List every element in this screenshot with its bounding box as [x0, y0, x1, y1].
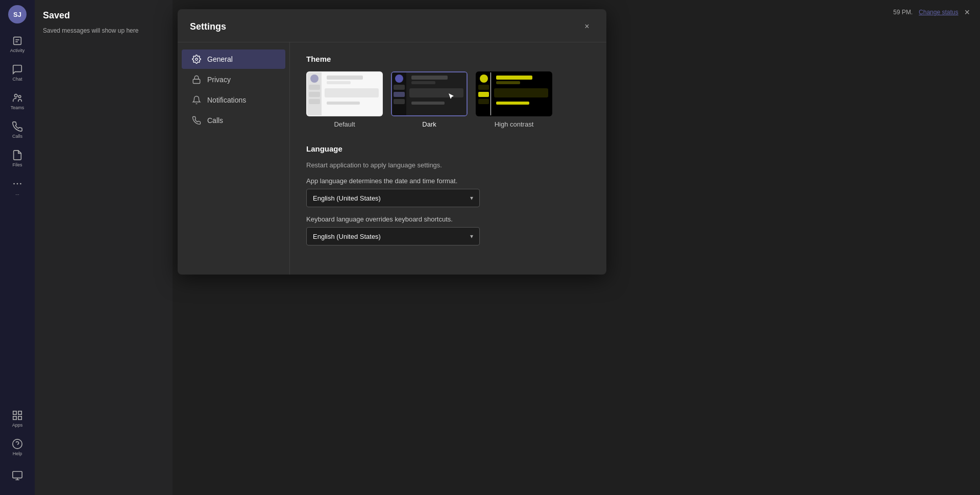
settings-nav-notifications[interactable]: Notifications: [182, 90, 285, 110]
settings-title: Settings: [190, 21, 226, 32]
theme-section-title: Theme: [306, 55, 590, 63]
app-language-chevron: ▾: [470, 194, 473, 202]
settings-header: Settings ×: [178, 9, 606, 42]
settings-content: Theme: [290, 42, 606, 275]
chat-icon: [12, 64, 23, 75]
svg-rect-5: [13, 411, 16, 414]
theme-preview-hc: [476, 71, 552, 116]
settings-nav-privacy[interactable]: Privacy: [182, 70, 285, 89]
teams-icon: [12, 92, 23, 104]
main-close-button[interactable]: ×: [964, 7, 970, 18]
sidebar-item-help[interactable]: Help: [5, 434, 30, 460]
svg-rect-7: [13, 416, 16, 419]
settings-close-button[interactable]: ×: [580, 19, 594, 34]
apps-icon: [12, 410, 23, 421]
sidebar-item-teams[interactable]: Teams: [5, 88, 30, 114]
cursor-indicator: [448, 93, 455, 100]
svg-point-4: [20, 183, 21, 184]
sidebar-item-chat[interactable]: Chat: [5, 59, 30, 86]
svg-rect-12: [193, 79, 200, 83]
theme-options: Default: [306, 71, 590, 128]
change-status-link[interactable]: Change status: [919, 9, 958, 16]
settings-body: General Privacy Notifications: [178, 42, 606, 275]
app-panel: Saved Saved messages will show up here: [35, 0, 173, 495]
app-panel-subtitle: Saved messages will show up here: [35, 25, 173, 36]
sidebar-item-activity[interactable]: Activity: [5, 31, 30, 57]
sidebar-item-more[interactable]: ...: [5, 174, 30, 200]
activity-icon: [12, 35, 23, 46]
language-section: Language Restart application to apply la…: [306, 144, 590, 245]
gear-icon: [192, 55, 201, 64]
calls-icon: [12, 121, 23, 132]
sidebar-item-calls[interactable]: Calls: [5, 116, 30, 143]
settings-dialog: Settings × General Privacy: [178, 9, 606, 275]
help-icon: [12, 438, 23, 450]
status-time-text: 59 PM.: [893, 9, 913, 16]
svg-rect-8: [18, 416, 21, 419]
files-icon: [12, 150, 23, 161]
settings-nav-calls[interactable]: Calls: [182, 111, 285, 130]
phone-icon: [192, 116, 201, 125]
sidebar-item-apps[interactable]: Apps: [5, 405, 30, 432]
language-section-title: Language: [306, 144, 590, 153]
svg-rect-10: [13, 472, 22, 478]
theme-option-default[interactable]: Default: [306, 71, 383, 128]
more-icon: [12, 178, 23, 189]
sidebar-item-files[interactable]: Files: [5, 145, 30, 171]
svg-point-1: [18, 95, 21, 97]
svg-point-2: [13, 183, 15, 184]
sidebar-bottom: Apps Help: [5, 405, 30, 495]
theme-option-high-contrast[interactable]: High contrast: [476, 71, 552, 128]
settings-nav: General Privacy Notifications: [178, 42, 290, 275]
svg-point-3: [17, 183, 18, 184]
bell-icon: [192, 95, 201, 105]
svg-point-0: [15, 94, 18, 97]
svg-rect-6: [18, 411, 21, 414]
screen-share-icon: [12, 470, 23, 481]
svg-point-9: [13, 439, 22, 448]
theme-preview-dark: [391, 71, 468, 116]
lock-icon: [192, 75, 201, 84]
avatar[interactable]: SJ: [8, 5, 27, 23]
language-restart-note: Restart application to apply language se…: [306, 161, 590, 169]
keyboard-language-dropdown[interactable]: English (United States) ▾: [306, 227, 480, 245]
keyboard-language-chevron: ▾: [470, 233, 473, 240]
theme-preview-default: [306, 71, 383, 116]
sidebar: SJ Activity Chat Teams Calls Files ... A…: [0, 0, 35, 495]
app-panel-title: Saved: [35, 0, 173, 25]
app-language-label: App language determines the date and tim…: [306, 177, 590, 185]
sidebar-item-screen-share[interactable]: [5, 462, 30, 489]
keyboard-language-label: Keyboard language overrides keyboard sho…: [306, 215, 590, 223]
app-language-dropdown[interactable]: English (United States) ▾: [306, 189, 480, 207]
theme-option-dark[interactable]: Dark: [391, 71, 468, 128]
svg-point-11: [195, 58, 198, 61]
settings-nav-general[interactable]: General: [182, 50, 285, 69]
